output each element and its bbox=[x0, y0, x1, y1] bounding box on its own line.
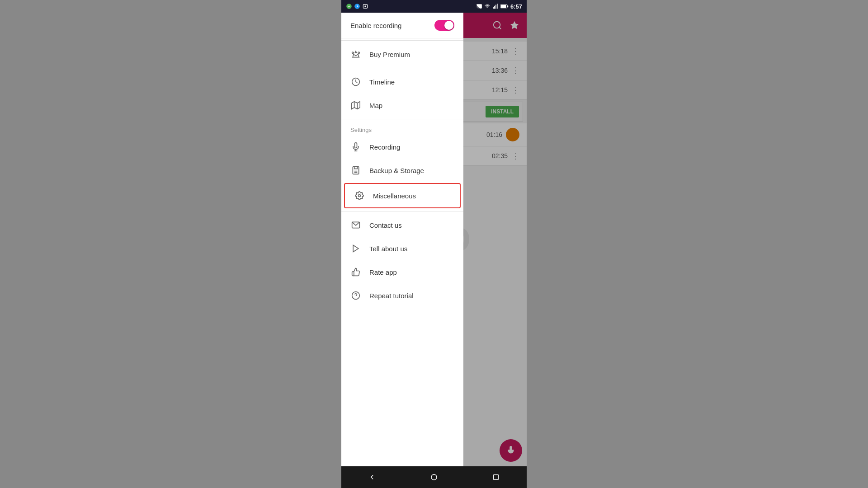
map-label: Map bbox=[369, 102, 382, 109]
tell-about-us-label: Tell about us bbox=[369, 245, 407, 253]
svg-rect-10 bbox=[501, 5, 506, 8]
svg-point-15 bbox=[358, 52, 359, 53]
timeline-label: Timeline bbox=[369, 78, 395, 86]
recording-label: Recording bbox=[369, 143, 400, 151]
recents-button[interactable] bbox=[482, 468, 509, 486]
back-icon bbox=[368, 473, 376, 481]
svg-rect-5 bbox=[494, 6, 495, 9]
menu-item-map[interactable]: Map bbox=[341, 94, 463, 117]
share-icon bbox=[350, 243, 361, 254]
wifi-icon bbox=[484, 3, 491, 9]
menu-item-timeline[interactable]: Timeline bbox=[341, 70, 463, 94]
svg-rect-22 bbox=[353, 167, 359, 174]
menu-item-repeat-tutorial[interactable]: Repeat tutorial bbox=[341, 284, 463, 307]
question-icon bbox=[350, 290, 361, 301]
home-icon bbox=[430, 473, 438, 481]
menu-item-buy-premium[interactable]: Buy Premium bbox=[341, 42, 463, 66]
status-bar-left bbox=[346, 3, 368, 9]
divider bbox=[341, 119, 463, 119]
svg-point-25 bbox=[359, 195, 361, 197]
home-button[interactable] bbox=[420, 468, 448, 486]
svg-point-3 bbox=[364, 5, 366, 7]
svg-rect-6 bbox=[495, 5, 496, 9]
crown-icon bbox=[350, 49, 361, 60]
svg-rect-30 bbox=[493, 475, 498, 480]
svg-rect-7 bbox=[497, 4, 498, 9]
status-bar: 6:57 bbox=[341, 0, 527, 13]
side-drawer: Enable recording Buy Premium bbox=[341, 13, 463, 466]
sd-card-icon bbox=[350, 165, 361, 176]
app-icon-2 bbox=[354, 3, 360, 9]
thumbs-up-icon bbox=[350, 267, 361, 277]
menu-item-recording[interactable]: Recording bbox=[341, 135, 463, 159]
app-icon-1 bbox=[346, 3, 352, 9]
divider bbox=[341, 40, 463, 41]
settings-section-header: Settings bbox=[341, 121, 463, 135]
bg-app: 15:18 ⋮ 13:36 ⋮ 12:15 ⋮ AD ▶ locker & Ca… bbox=[341, 13, 527, 466]
toggle-knob bbox=[444, 21, 453, 30]
svg-rect-4 bbox=[493, 7, 494, 9]
svg-rect-9 bbox=[507, 5, 508, 7]
status-bar-right: 6:57 bbox=[476, 3, 522, 10]
app-icon-3 bbox=[362, 3, 368, 9]
back-button[interactable] bbox=[359, 468, 386, 486]
svg-point-29 bbox=[431, 474, 437, 480]
menu-item-miscellaneous[interactable]: Miscellaneous bbox=[345, 184, 460, 207]
cast-icon bbox=[476, 3, 482, 9]
buy-premium-label: Buy Premium bbox=[369, 51, 410, 58]
clock-icon bbox=[350, 76, 361, 87]
divider bbox=[341, 211, 463, 211]
svg-point-14 bbox=[352, 52, 354, 53]
menu-item-backup-storage[interactable]: Backup & Storage bbox=[341, 159, 463, 182]
nav-bar bbox=[341, 466, 527, 488]
mic-icon bbox=[350, 141, 361, 152]
recents-icon bbox=[492, 474, 500, 481]
map-icon bbox=[350, 100, 361, 111]
enable-recording-label: Enable recording bbox=[350, 22, 401, 29]
menu-item-rate-app[interactable]: Rate app bbox=[341, 260, 463, 284]
divider bbox=[341, 68, 463, 68]
repeat-tutorial-label: Repeat tutorial bbox=[369, 292, 414, 300]
rate-app-label: Rate app bbox=[369, 268, 397, 276]
enable-recording-toggle[interactable] bbox=[434, 20, 454, 31]
gear-icon bbox=[354, 190, 365, 201]
envelope-icon bbox=[350, 220, 361, 230]
svg-marker-27 bbox=[353, 245, 359, 252]
time-display: 6:57 bbox=[510, 3, 522, 10]
svg-marker-17 bbox=[352, 102, 360, 109]
battery-icon bbox=[500, 3, 509, 9]
miscellaneous-label: Miscellaneous bbox=[373, 192, 416, 200]
miscellaneous-container: Miscellaneous bbox=[344, 183, 461, 208]
signal-icon bbox=[492, 3, 499, 9]
menu-item-contact-us[interactable]: Contact us bbox=[341, 213, 463, 237]
phone-screen: 15:18 ⋮ 13:36 ⋮ 12:15 ⋮ AD ▶ locker & Ca… bbox=[341, 13, 527, 488]
enable-recording-row: Enable recording bbox=[341, 13, 463, 38]
backup-storage-label: Backup & Storage bbox=[369, 167, 424, 174]
svg-point-0 bbox=[346, 4, 352, 9]
contact-us-label: Contact us bbox=[369, 221, 402, 229]
menu-item-tell-about-us[interactable]: Tell about us bbox=[341, 237, 463, 260]
